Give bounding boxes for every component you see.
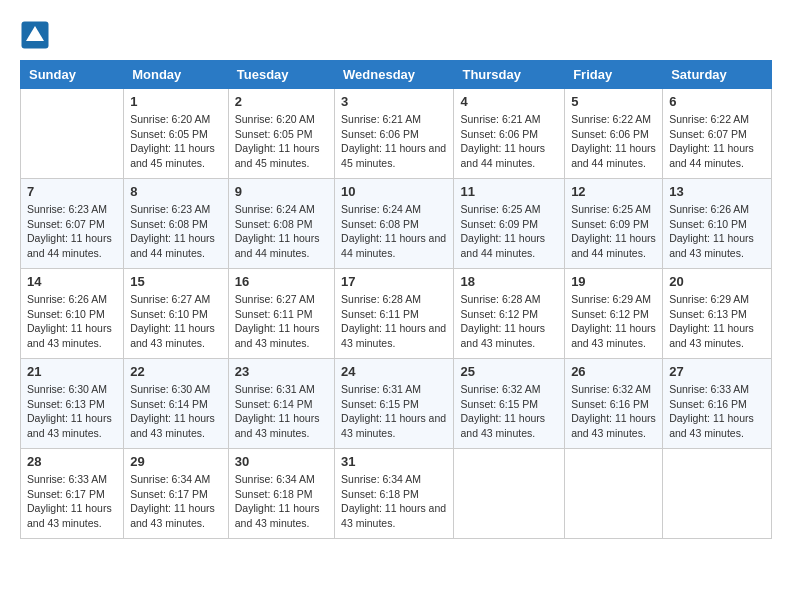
day-number: 22 — [130, 364, 222, 379]
day-number: 14 — [27, 274, 117, 289]
day-info: Sunrise: 6:34 AMSunset: 6:18 PMDaylight:… — [341, 472, 447, 531]
day-info: Sunrise: 6:23 AMSunset: 6:08 PMDaylight:… — [130, 202, 222, 261]
day-info: Sunrise: 6:32 AMSunset: 6:16 PMDaylight:… — [571, 382, 656, 441]
day-info: Sunrise: 6:26 AMSunset: 6:10 PMDaylight:… — [27, 292, 117, 351]
day-info: Sunrise: 6:33 AMSunset: 6:17 PMDaylight:… — [27, 472, 117, 531]
calendar-cell: 11Sunrise: 6:25 AMSunset: 6:09 PMDayligh… — [454, 179, 565, 269]
day-number: 31 — [341, 454, 447, 469]
day-info: Sunrise: 6:26 AMSunset: 6:10 PMDaylight:… — [669, 202, 765, 261]
logo-icon — [20, 20, 50, 50]
calendar-cell — [663, 449, 772, 539]
column-header-tuesday: Tuesday — [228, 61, 334, 89]
calendar-cell: 10Sunrise: 6:24 AMSunset: 6:08 PMDayligh… — [335, 179, 454, 269]
day-number: 27 — [669, 364, 765, 379]
calendar-cell: 18Sunrise: 6:28 AMSunset: 6:12 PMDayligh… — [454, 269, 565, 359]
day-number: 6 — [669, 94, 765, 109]
day-info: Sunrise: 6:20 AMSunset: 6:05 PMDaylight:… — [130, 112, 222, 171]
calendar-cell: 7Sunrise: 6:23 AMSunset: 6:07 PMDaylight… — [21, 179, 124, 269]
day-number: 18 — [460, 274, 558, 289]
day-number: 7 — [27, 184, 117, 199]
calendar-cell: 16Sunrise: 6:27 AMSunset: 6:11 PMDayligh… — [228, 269, 334, 359]
day-number: 9 — [235, 184, 328, 199]
day-info: Sunrise: 6:33 AMSunset: 6:16 PMDaylight:… — [669, 382, 765, 441]
day-info: Sunrise: 6:24 AMSunset: 6:08 PMDaylight:… — [235, 202, 328, 261]
day-info: Sunrise: 6:25 AMSunset: 6:09 PMDaylight:… — [571, 202, 656, 261]
column-header-wednesday: Wednesday — [335, 61, 454, 89]
day-info: Sunrise: 6:22 AMSunset: 6:07 PMDaylight:… — [669, 112, 765, 171]
day-number: 23 — [235, 364, 328, 379]
calendar-cell: 27Sunrise: 6:33 AMSunset: 6:16 PMDayligh… — [663, 359, 772, 449]
day-number: 13 — [669, 184, 765, 199]
calendar-week-row: 28Sunrise: 6:33 AMSunset: 6:17 PMDayligh… — [21, 449, 772, 539]
calendar-cell: 13Sunrise: 6:26 AMSunset: 6:10 PMDayligh… — [663, 179, 772, 269]
calendar-cell: 15Sunrise: 6:27 AMSunset: 6:10 PMDayligh… — [124, 269, 229, 359]
calendar-cell: 1Sunrise: 6:20 AMSunset: 6:05 PMDaylight… — [124, 89, 229, 179]
calendar-cell: 21Sunrise: 6:30 AMSunset: 6:13 PMDayligh… — [21, 359, 124, 449]
day-info: Sunrise: 6:28 AMSunset: 6:11 PMDaylight:… — [341, 292, 447, 351]
calendar-cell: 25Sunrise: 6:32 AMSunset: 6:15 PMDayligh… — [454, 359, 565, 449]
column-header-monday: Monday — [124, 61, 229, 89]
calendar-header-row: SundayMondayTuesdayWednesdayThursdayFrid… — [21, 61, 772, 89]
column-header-thursday: Thursday — [454, 61, 565, 89]
day-number: 8 — [130, 184, 222, 199]
day-info: Sunrise: 6:30 AMSunset: 6:13 PMDaylight:… — [27, 382, 117, 441]
day-info: Sunrise: 6:30 AMSunset: 6:14 PMDaylight:… — [130, 382, 222, 441]
day-info: Sunrise: 6:28 AMSunset: 6:12 PMDaylight:… — [460, 292, 558, 351]
day-info: Sunrise: 6:31 AMSunset: 6:14 PMDaylight:… — [235, 382, 328, 441]
day-info: Sunrise: 6:34 AMSunset: 6:17 PMDaylight:… — [130, 472, 222, 531]
day-number: 12 — [571, 184, 656, 199]
calendar-cell: 26Sunrise: 6:32 AMSunset: 6:16 PMDayligh… — [565, 359, 663, 449]
calendar-cell — [454, 449, 565, 539]
day-number: 19 — [571, 274, 656, 289]
day-number: 21 — [27, 364, 117, 379]
calendar-cell: 22Sunrise: 6:30 AMSunset: 6:14 PMDayligh… — [124, 359, 229, 449]
day-number: 25 — [460, 364, 558, 379]
day-number: 1 — [130, 94, 222, 109]
calendar-cell: 19Sunrise: 6:29 AMSunset: 6:12 PMDayligh… — [565, 269, 663, 359]
day-number: 2 — [235, 94, 328, 109]
day-info: Sunrise: 6:27 AMSunset: 6:10 PMDaylight:… — [130, 292, 222, 351]
page-header — [20, 20, 772, 50]
day-number: 11 — [460, 184, 558, 199]
day-number: 30 — [235, 454, 328, 469]
calendar-cell: 28Sunrise: 6:33 AMSunset: 6:17 PMDayligh… — [21, 449, 124, 539]
calendar-cell: 4Sunrise: 6:21 AMSunset: 6:06 PMDaylight… — [454, 89, 565, 179]
calendar-cell: 8Sunrise: 6:23 AMSunset: 6:08 PMDaylight… — [124, 179, 229, 269]
calendar-cell: 14Sunrise: 6:26 AMSunset: 6:10 PMDayligh… — [21, 269, 124, 359]
day-number: 28 — [27, 454, 117, 469]
day-number: 26 — [571, 364, 656, 379]
calendar-table: SundayMondayTuesdayWednesdayThursdayFrid… — [20, 60, 772, 539]
column-header-saturday: Saturday — [663, 61, 772, 89]
calendar-week-row: 7Sunrise: 6:23 AMSunset: 6:07 PMDaylight… — [21, 179, 772, 269]
calendar-cell: 24Sunrise: 6:31 AMSunset: 6:15 PMDayligh… — [335, 359, 454, 449]
calendar-cell — [21, 89, 124, 179]
day-info: Sunrise: 6:21 AMSunset: 6:06 PMDaylight:… — [341, 112, 447, 171]
day-info: Sunrise: 6:24 AMSunset: 6:08 PMDaylight:… — [341, 202, 447, 261]
calendar-cell: 23Sunrise: 6:31 AMSunset: 6:14 PMDayligh… — [228, 359, 334, 449]
day-info: Sunrise: 6:23 AMSunset: 6:07 PMDaylight:… — [27, 202, 117, 261]
day-info: Sunrise: 6:22 AMSunset: 6:06 PMDaylight:… — [571, 112, 656, 171]
day-info: Sunrise: 6:29 AMSunset: 6:13 PMDaylight:… — [669, 292, 765, 351]
day-info: Sunrise: 6:21 AMSunset: 6:06 PMDaylight:… — [460, 112, 558, 171]
day-number: 20 — [669, 274, 765, 289]
calendar-cell: 20Sunrise: 6:29 AMSunset: 6:13 PMDayligh… — [663, 269, 772, 359]
column-header-friday: Friday — [565, 61, 663, 89]
column-header-sunday: Sunday — [21, 61, 124, 89]
day-number: 3 — [341, 94, 447, 109]
day-number: 16 — [235, 274, 328, 289]
calendar-cell — [565, 449, 663, 539]
calendar-cell: 5Sunrise: 6:22 AMSunset: 6:06 PMDaylight… — [565, 89, 663, 179]
day-info: Sunrise: 6:27 AMSunset: 6:11 PMDaylight:… — [235, 292, 328, 351]
calendar-cell: 12Sunrise: 6:25 AMSunset: 6:09 PMDayligh… — [565, 179, 663, 269]
calendar-week-row: 14Sunrise: 6:26 AMSunset: 6:10 PMDayligh… — [21, 269, 772, 359]
calendar-week-row: 1Sunrise: 6:20 AMSunset: 6:05 PMDaylight… — [21, 89, 772, 179]
day-info: Sunrise: 6:31 AMSunset: 6:15 PMDaylight:… — [341, 382, 447, 441]
day-number: 29 — [130, 454, 222, 469]
calendar-cell: 9Sunrise: 6:24 AMSunset: 6:08 PMDaylight… — [228, 179, 334, 269]
calendar-cell: 2Sunrise: 6:20 AMSunset: 6:05 PMDaylight… — [228, 89, 334, 179]
day-number: 4 — [460, 94, 558, 109]
day-number: 17 — [341, 274, 447, 289]
day-number: 15 — [130, 274, 222, 289]
calendar-cell: 17Sunrise: 6:28 AMSunset: 6:11 PMDayligh… — [335, 269, 454, 359]
day-info: Sunrise: 6:20 AMSunset: 6:05 PMDaylight:… — [235, 112, 328, 171]
